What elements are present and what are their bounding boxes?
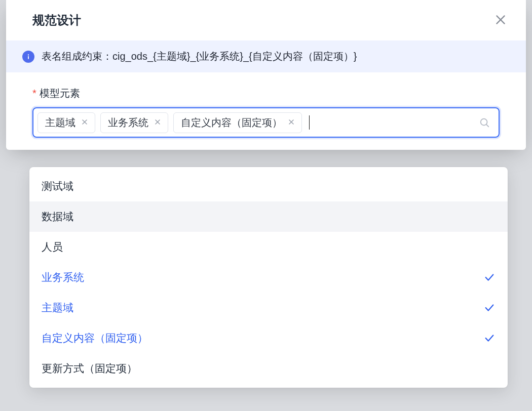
option-subject-domain[interactable]: 主题域 (29, 293, 508, 323)
tag-custom-content: 自定义内容（固定项） (173, 112, 302, 133)
banner-text: 表名组成约束：cig_ods_{主题域}_{业务系统}_{自定义内容（固定项）} (42, 50, 357, 63)
required-indicator: * (32, 88, 36, 99)
option-label: 主题域 (42, 301, 73, 315)
option-label: 更新方式（固定项） (42, 361, 137, 376)
tag-remove-button[interactable] (286, 117, 296, 128)
tag-label: 业务系统 (108, 116, 148, 130)
svg-point-2 (28, 54, 29, 55)
tag-remove-button[interactable] (80, 117, 90, 128)
option-label: 测试域 (42, 179, 73, 193)
check-icon (483, 271, 496, 283)
text-cursor (309, 115, 310, 130)
x-icon (287, 118, 295, 128)
tag-business-system: 业务系统 (100, 112, 168, 133)
model-element-dropdown: 测试域 数据域 人员 业务系统 主题域 自定义内容（固定项） 更新方式（固定项） (29, 167, 508, 388)
tag-subject-domain: 主题域 (37, 112, 95, 133)
label-text: 模型元素 (40, 87, 80, 100)
tag-label: 主题域 (45, 116, 75, 130)
svg-line-11 (486, 125, 488, 127)
check-icon (483, 302, 496, 314)
check-icon (483, 332, 496, 344)
option-data-domain[interactable]: 数据域 (29, 201, 508, 232)
option-label: 数据域 (42, 210, 73, 224)
option-business-system[interactable]: 业务系统 (29, 262, 508, 293)
model-element-label: * 模型元素 (32, 87, 500, 100)
model-element-field: * 模型元素 主题域 业务系统 (6, 87, 526, 138)
svg-rect-3 (28, 56, 29, 59)
info-icon (22, 51, 34, 63)
close-button[interactable] (491, 11, 510, 29)
option-custom-content-fixed[interactable]: 自定义内容（固定项） (29, 323, 508, 353)
option-test-domain[interactable]: 测试域 (29, 171, 508, 201)
option-label: 业务系统 (42, 270, 84, 284)
option-label: 人员 (42, 240, 63, 254)
tag-remove-button[interactable] (153, 117, 163, 128)
modal-header: 规范设计 (6, 0, 526, 40)
x-icon (81, 118, 89, 128)
tag-label: 自定义内容（固定项） (181, 116, 282, 130)
x-icon (154, 118, 162, 128)
model-element-multiselect[interactable]: 主题域 业务系统 自定义内容（固定项） (32, 107, 500, 138)
info-banner: 表名组成约束：cig_ods_{主题域}_{业务系统}_{自定义内容（固定项）} (6, 40, 526, 72)
option-personnel[interactable]: 人员 (29, 232, 508, 262)
spec-design-modal: 规范设计 表名组成约束：cig_ods_{主题域}_{业务系统}_{自定义内容（… (6, 0, 526, 150)
option-update-mode-fixed[interactable]: 更新方式（固定项） (29, 353, 508, 384)
close-icon (494, 13, 507, 28)
search-icon (478, 116, 490, 129)
modal-title: 规范设计 (32, 12, 81, 28)
option-label: 自定义内容（固定项） (42, 331, 148, 345)
